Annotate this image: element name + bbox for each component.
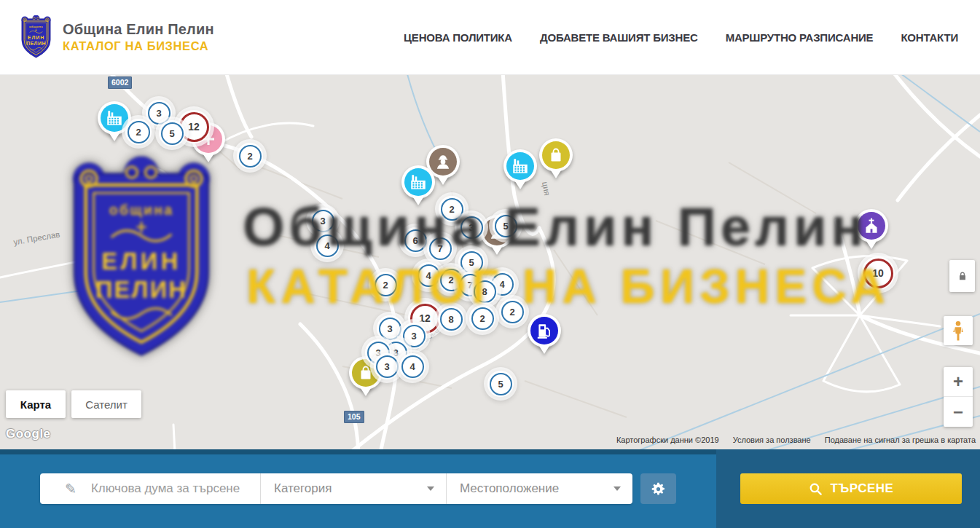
map-cluster-marker[interactable]: 4: [415, 262, 442, 288]
map-cluster-marker[interactable]: 5: [487, 371, 514, 397]
map-pin-marker[interactable]: [855, 209, 888, 243]
map-cluster-marker[interactable]: 3: [377, 315, 403, 342]
municipality-emblem-icon: община ЕЛИН ПЕЛИН: [19, 15, 53, 59]
map-cluster-marker[interactable]: 5: [159, 120, 185, 146]
map-view-button[interactable]: Карта: [6, 390, 66, 418]
map-cluster-marker[interactable]: 7: [427, 235, 453, 261]
site-title: Община Елин Пелин: [63, 21, 214, 38]
map-attribution: Картографски данни ©2019 Условия за полз…: [605, 436, 976, 444]
factory-icon: [506, 152, 534, 180]
pegman-button[interactable]: [944, 316, 973, 345]
map-cluster-marker[interactable]: 3: [374, 353, 400, 379]
category-dropdown[interactable]: Категория: [261, 473, 447, 504]
map-cluster-marker[interactable]: 2: [372, 272, 399, 298]
church-icon: [858, 212, 885, 240]
map-pin-marker[interactable]: [528, 314, 561, 347]
search-fields: ✎ Категория Местоположение: [40, 473, 632, 504]
site-subtitle: КАТАЛОГ НА БИЗНЕСА: [63, 39, 214, 53]
pencil-icon: ✎: [65, 481, 77, 497]
svg-text:община: община: [29, 25, 43, 28]
category-dropdown-label: Категория: [274, 481, 332, 496]
map-cluster-marker[interactable]: 4: [314, 232, 340, 259]
factory-icon: [101, 104, 128, 132]
report-error-link[interactable]: Подаване на сигнал за грешка в картата: [825, 436, 976, 444]
zoom-control: + −: [944, 367, 973, 427]
map-cluster-marker[interactable]: 4: [399, 353, 426, 379]
map-cluster-marker[interactable]: 2: [237, 143, 263, 169]
map-cluster-marker[interactable]: 8: [471, 278, 498, 304]
worker-icon: [429, 148, 457, 176]
map-pin-marker[interactable]: [401, 165, 435, 199]
lock-icon: [957, 269, 968, 283]
map-pin-marker[interactable]: [539, 138, 573, 172]
map-cluster-marker[interactable]: 2: [469, 305, 495, 331]
site-logo[interactable]: община ЕЛИН ПЕЛИН Община Елин Пелин КАТА…: [19, 15, 214, 59]
svg-text:ПЕЛИН: ПЕЛИН: [26, 41, 46, 46]
search-icon: [809, 482, 823, 496]
advanced-search-button[interactable]: [640, 473, 676, 504]
search-submit-button[interactable]: ТЪРСЕНЕ: [740, 473, 962, 504]
keyword-input[interactable]: [91, 481, 260, 496]
nav-contacts[interactable]: КОНТАКТИ: [901, 31, 958, 44]
svg-text:ЕЛИН: ЕЛИН: [28, 35, 44, 40]
map-cluster-marker[interactable]: 6: [402, 227, 428, 253]
map-cluster-marker[interactable]: 8: [438, 306, 464, 332]
google-logo[interactable]: Google: [6, 427, 51, 441]
attribution-copyright: Картографски данни ©2019: [616, 436, 719, 444]
lock-button[interactable]: [949, 260, 975, 292]
satellite-view-button[interactable]: Сателит: [71, 390, 141, 418]
header: община ЕЛИН ПЕЛИН Община Елин Пелин КАТА…: [0, 0, 980, 75]
pegman-icon: [951, 320, 965, 342]
search-submit-label: ТЪРСЕНЕ: [831, 481, 894, 496]
main-nav: ЦЕНОВА ПОЛИТИКА ДОБАВЕТЕ ВАШИЯТ БИЗНЕС М…: [404, 31, 961, 44]
nav-pricing-policy[interactable]: ЦЕНОВА ПОЛИТИКА: [404, 31, 512, 44]
map-cluster-marker[interactable]: 2: [499, 299, 525, 325]
map-cluster-marker[interactable]: 2: [125, 119, 152, 145]
map-cluster-marker[interactable]: 2: [141, 171, 167, 197]
zoom-out-button[interactable]: −: [944, 397, 973, 427]
map-cluster-marker[interactable]: 3: [310, 208, 336, 234]
keyword-field[interactable]: ✎: [40, 473, 261, 504]
fuel-icon: [530, 317, 558, 344]
search-bar: ✎ Категория Местоположение ТЪРСЕНЕ: [0, 449, 980, 528]
map-cluster-marker[interactable]: 3: [458, 214, 485, 240]
map-container: 6002 105 ул. Преслав бул. „Новосел ция: [0, 75, 980, 449]
map-cluster-marker[interactable]: 10: [861, 256, 895, 290]
chevron-down-icon: [614, 486, 621, 491]
location-dropdown-label: Местоположение: [460, 481, 559, 496]
nav-add-business[interactable]: ДОБАВЕТЕ ВАШИЯТ БИЗНЕС: [540, 31, 698, 44]
chevron-down-icon: [427, 486, 434, 491]
factory-icon: [404, 168, 432, 196]
map-pin-marker[interactable]: [503, 149, 537, 183]
map-type-control: Карта Сателит: [6, 390, 141, 418]
terms-link[interactable]: Условия за ползване: [733, 436, 811, 444]
zoom-in-button[interactable]: +: [944, 367, 973, 397]
nav-route-schedule[interactable]: МАРШРУТНО РАЗПИСАНИЕ: [726, 31, 874, 44]
bag-icon: [542, 141, 570, 169]
gear-icon: [651, 481, 666, 497]
map-cluster-marker[interactable]: 5: [493, 213, 519, 239]
location-dropdown[interactable]: Местоположение: [447, 473, 632, 504]
map-markers-layer: 31225222353647510422748212823383345: [0, 75, 980, 449]
